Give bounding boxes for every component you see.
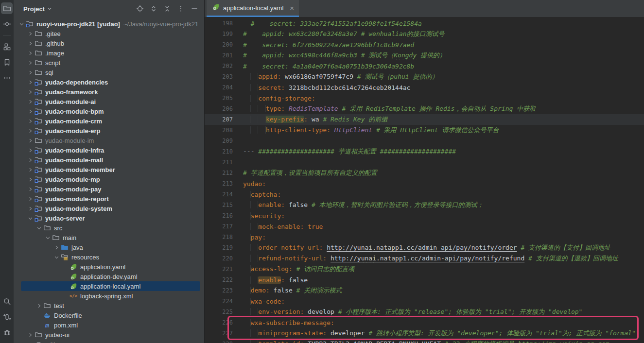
code-line-209[interactable]: 209	[205, 136, 644, 146]
tree-chevron-icon[interactable]	[26, 167, 34, 172]
expand-all-button[interactable]	[149, 4, 158, 14]
code-line-212[interactable]: 212# 芋道配置项，设置当前项目所有自定义的配置	[205, 168, 644, 178]
tree-chevron-icon[interactable]	[26, 99, 34, 104]
tree-chevron-icon[interactable]	[26, 216, 34, 221]
line-number[interactable]: 221	[205, 266, 243, 273]
tree-item-yudao-module-infra[interactable]: yudao-module-infra	[14, 145, 204, 155]
tree-item--image[interactable]: .image	[14, 48, 204, 58]
code-line-222[interactable]: 222 enable: false	[205, 274, 644, 285]
tree-chevron-icon[interactable]	[26, 332, 34, 338]
code-line-204[interactable]: 204 secret: 3218bcbd112cbc614c7264ceb201…	[205, 82, 644, 93]
line-number[interactable]: 207	[205, 116, 243, 123]
tree-item-script[interactable]: script	[14, 58, 204, 68]
line-number[interactable]: 218	[205, 234, 243, 240]
tool-window-button-bookmarks[interactable]	[1, 56, 13, 68]
code-line-198[interactable]: 198 # secret: 333ae72f41552af1e998fe1f54…	[205, 18, 644, 29]
code-line-201[interactable]: 201# appid: wxc4598c446f8a9cb3 # 测试号（Kon…	[205, 50, 644, 61]
tree-item-yudao-module-mp[interactable]: yudao-module-mp	[14, 174, 204, 184]
tree-item-yudao-module-mall[interactable]: yudao-module-mall	[14, 155, 204, 165]
tree-chevron-icon[interactable]	[26, 206, 34, 211]
line-number[interactable]: 203	[205, 73, 243, 80]
code-line-218[interactable]: 218 pay:	[205, 232, 644, 242]
code-line-228[interactable]: 228 template-id: TVRB3_TBIL3_AQNAB_PEBTA…	[205, 339, 644, 343]
line-number[interactable]: 212	[205, 170, 243, 176]
tool-window-button-debug[interactable]	[1, 326, 13, 338]
tree-chevron-icon[interactable]	[26, 138, 34, 143]
line-number[interactable]: 199	[205, 31, 243, 37]
code-line-205[interactable]: 205 config-storage:	[205, 93, 644, 103]
tree-chevron-icon[interactable]	[26, 109, 34, 114]
code-line-202[interactable]: 202# secret: 4a1a04e07f6a4a0751b39c3064a…	[205, 61, 644, 71]
tree-item-java[interactable]: java	[14, 242, 204, 252]
tree-item-dockerfile[interactable]: Dockerfile	[14, 310, 204, 320]
code-line-221[interactable]: 221 access-log: # 访问日志的配置项	[205, 264, 644, 274]
code-line-206[interactable]: 206 type: RedisTemplate # 采用 RedisTempla…	[205, 103, 644, 114]
line-number[interactable]: 225	[205, 309, 243, 315]
tree-chevron-icon[interactable]	[52, 245, 60, 250]
project-view-selector[interactable]: Project	[20, 5, 55, 13]
tree-item--gitignore[interactable]: .gitignore	[14, 340, 204, 343]
line-number[interactable]: 226	[205, 319, 243, 326]
tree-chevron-icon[interactable]	[26, 196, 34, 202]
tree-item--gitee[interactable]: .gitee	[14, 29, 204, 38]
code-line-224[interactable]: 224 wxa-code:	[205, 296, 644, 307]
code-line-203[interactable]: 203 appid: wx66186af0759f47c9 # 测试号（puhu…	[205, 71, 644, 82]
code-line-207[interactable]: 207 key-prefix: wa # Redis Key 的前缀	[205, 114, 644, 125]
line-number[interactable]: 201	[205, 52, 243, 59]
code-line-214[interactable]: 214 captcha:	[205, 189, 644, 200]
hide-button[interactable]	[190, 4, 199, 14]
tree-item-yudao-module-ai[interactable]: yudao-module-ai	[14, 97, 204, 106]
code-line-219[interactable]: 219 order-notify-url: http://yunai.natap…	[205, 242, 644, 253]
collapse-all-button[interactable]	[162, 4, 172, 14]
line-number[interactable]: 210	[205, 148, 243, 155]
options-button[interactable]	[176, 4, 186, 14]
line-number[interactable]: 202	[205, 63, 243, 69]
tree-item-application-local-yaml[interactable]: application-local.yaml	[14, 281, 204, 291]
tree-item--github[interactable]: .github	[14, 38, 204, 48]
tree-item-yudao-dependencies[interactable]: yudao-dependencies	[14, 77, 204, 87]
code-line-208[interactable]: 208 http-client-type: HttpClient # 采用 Ht…	[205, 125, 644, 136]
tree-chevron-icon[interactable]	[26, 119, 34, 124]
line-number[interactable]: 224	[205, 298, 243, 305]
tree-chevron-icon[interactable]	[26, 177, 34, 182]
tree-chevron-icon[interactable]	[26, 31, 34, 36]
tree-chevron-icon[interactable]	[35, 225, 43, 231]
code-line-216[interactable]: 216 security:	[205, 210, 644, 221]
line-number[interactable]: 217	[205, 223, 243, 230]
line-number[interactable]: 214	[205, 191, 243, 198]
code-line-220[interactable]: 220 refund-notify-url: http://yunai.nata…	[205, 253, 644, 264]
code-line-213[interactable]: 213yudao:	[205, 178, 644, 189]
code-line-226[interactable]: 226 wxa-subscribe-message:	[205, 317, 644, 328]
tree-item-yudao-module-system[interactable]: yudao-module-system	[14, 204, 204, 213]
tree-item-yudao-server[interactable]: yudao-server	[14, 213, 204, 223]
code-line-217[interactable]: 217 mock-enable: true	[205, 221, 644, 232]
tree-chevron-icon[interactable]	[17, 21, 25, 27]
code-line-223[interactable]: 223 demo: false # 关闭演示模式	[205, 285, 644, 296]
line-number[interactable]: 227	[205, 330, 243, 337]
code-line-210[interactable]: 210--- #################### 芋道相关配置 #####…	[205, 146, 644, 157]
code-line-215[interactable]: 215 enable: false # 本地环境，暂时关闭图片验证码，方便登录等…	[205, 200, 644, 210]
tool-window-button-more[interactable]	[1, 72, 13, 84]
line-number[interactable]: 223	[205, 287, 243, 294]
line-number[interactable]: 205	[205, 95, 243, 102]
line-number[interactable]: 228	[205, 341, 243, 343]
line-number[interactable]: 200	[205, 41, 243, 48]
tree-item-ruoyi-vue-pro-jdk21-yudao-[interactable]: ruoyi-vue-pro-jdk21 [yudao]~/Java/ruoyi-…	[14, 19, 204, 29]
line-number[interactable]: 211	[205, 159, 243, 166]
tool-window-button-project[interactable]	[1, 2, 13, 14]
tree-chevron-icon[interactable]	[26, 148, 34, 153]
tree-item-resources[interactable]: resources	[14, 252, 204, 262]
line-number[interactable]: 206	[205, 105, 243, 112]
tree-item-sql[interactable]: sql	[14, 68, 204, 77]
tree-item-application-yaml[interactable]: application.yaml	[14, 262, 204, 272]
line-number[interactable]: 220	[205, 255, 243, 262]
tab-close-icon[interactable]: ×	[290, 4, 294, 12]
tree-chevron-icon[interactable]	[26, 60, 34, 66]
code-line-200[interactable]: 200# secret: 6f270509224a7ae1296bbf1c8cb…	[205, 39, 644, 50]
code-line-199[interactable]: 199# appid: wx63c280fe3248a3e7 # wenhual…	[205, 29, 644, 39]
tree-item-yudao-ui[interactable]: yudao-ui	[14, 330, 204, 340]
code-editor[interactable]: 198 # secret: 333ae72f41552af1e998fe1f54…	[205, 17, 644, 343]
line-number[interactable]: 213	[205, 180, 243, 187]
tree-item-src[interactable]: src	[14, 223, 204, 233]
tree-item-pom-xml[interactable]: mpom.xml	[14, 320, 204, 330]
